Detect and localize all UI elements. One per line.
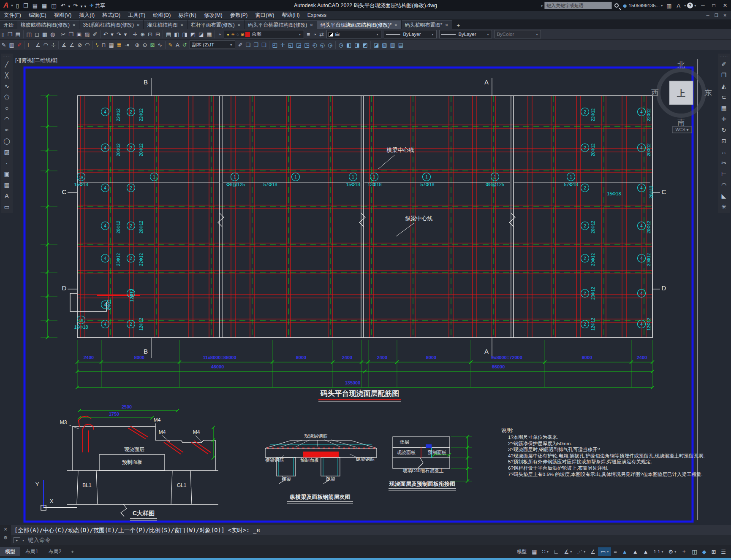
redo-icon[interactable]: ↷ (71, 3, 80, 9)
command-close-icon[interactable]: ✕ (3, 527, 7, 535)
object-snap-icon[interactable]: ▭▾ (598, 547, 611, 556)
stretch-icon[interactable]: ↔ (721, 146, 727, 157)
redo-caret-icon[interactable]: ▾ (122, 30, 128, 39)
dim-radius-icon[interactable]: ◠ (84, 40, 91, 50)
object-snap-icon-caret[interactable]: ▾ (606, 550, 609, 554)
modify-3d-7-icon[interactable]: ◲ (295, 40, 303, 50)
modify-3d-8-icon[interactable]: ◳ (303, 40, 311, 50)
dim-update-icon[interactable]: ↺ (181, 40, 188, 50)
layer-unlock-icon[interactable]: ◉ (240, 30, 245, 39)
block-icon[interactable]: ▣ (4, 168, 9, 179)
modify-3d-11-icon[interactable]: ◶ (326, 40, 334, 50)
dim-angular-icon[interactable]: ∡ (60, 40, 68, 50)
layer-dropdown-caret-icon[interactable]: ▾ (298, 32, 302, 36)
palette-grip[interactable]: ····· (720, 54, 728, 59)
new-drawing-tab-button[interactable]: ＋ (452, 22, 465, 29)
polar-tracking-icon[interactable]: ∡▾ (562, 547, 575, 556)
dim-baseline-icon[interactable]: ≣ (115, 40, 123, 50)
plot-icon[interactable]: ◫ (25, 30, 33, 39)
layout-tab-模型[interactable]: 模型 (0, 547, 20, 556)
layer-plot-icon[interactable]: ◌ (236, 30, 240, 39)
copy-clip-icon[interactable]: ❐ (67, 30, 75, 39)
doc-minimize-button[interactable]: ─ (704, 13, 712, 18)
autoscale-icon[interactable]: ▲ (630, 547, 641, 556)
copy-icon[interactable]: ❐ (721, 70, 727, 81)
menu-p[interactable]: 参数(P) (226, 12, 252, 19)
line-icon[interactable]: ╱ (5, 59, 8, 70)
undo-caret-icon[interactable]: ▾ (67, 4, 71, 8)
open-icon[interactable]: ❒ (21, 3, 30, 9)
tab-close-icon[interactable]: ✕ (72, 23, 76, 27)
tab-close-icon[interactable]: ✕ (394, 23, 397, 27)
menu-m[interactable]: 修改(M) (200, 12, 226, 19)
layer-unisolate-icon[interactable]: ◪ (197, 30, 205, 39)
polar-tracking-icon-caret[interactable]: ▾ (569, 550, 572, 554)
file-tab[interactable]: 橡胶舷梯结构图(修改)✕ (17, 20, 79, 29)
lineweight-display-icon[interactable]: ≡ (611, 547, 620, 556)
xline-icon[interactable]: ╳ (5, 70, 8, 81)
chamfer-icon[interactable]: ◣ (722, 190, 726, 201)
clean-screen-icon[interactable]: ⊞ (709, 547, 718, 556)
paste-icon[interactable]: ▣ (75, 30, 83, 39)
file-tab[interactable]: 栏杆平面布置(修改)✕ (188, 20, 244, 29)
layer-dropdown[interactable]: ●☀◌◉总图▾ (224, 30, 304, 38)
menu-i[interactable]: 插入(I) (75, 12, 98, 19)
modify-3d-1-icon[interactable]: ❏ (244, 40, 252, 50)
signed-in-user[interactable]: 1505999135... (629, 3, 660, 8)
layout-tab-布局1[interactable]: 布局1 (20, 547, 43, 556)
match-properties-icon[interactable]: ✐ (91, 30, 99, 39)
app-menu-caret-icon[interactable]: ▾ (10, 3, 14, 8)
color-dropdown[interactable]: 白▾ (326, 30, 381, 38)
zoom-previous-icon[interactable]: ⊟ (154, 30, 162, 39)
maximize-button[interactable]: □ (709, 3, 719, 8)
tab-close-icon[interactable]: ✕ (445, 23, 448, 27)
rot-icon[interactable]: ↻ (721, 124, 726, 135)
layer-match-icon[interactable]: ◧ (173, 30, 181, 39)
annotation-visibility-icon[interactable]: ▲ (620, 547, 630, 556)
move-icon[interactable]: ✛ (721, 114, 726, 124)
publish-icon[interactable]: ◍ (49, 30, 57, 39)
plot-style-icon[interactable]: ▩ (41, 30, 49, 39)
modify-3d-19-icon[interactable]: ▤ (397, 40, 405, 50)
qnew-icon[interactable]: ▯ (14, 3, 21, 9)
scale-list-button-caret[interactable]: ▾ (660, 550, 663, 554)
new-layout-button[interactable]: ＋ (66, 546, 78, 557)
command-input[interactable]: ▸ ▾ 键入命令 (11, 535, 731, 545)
properties-icon[interactable]: ✎ (0, 40, 8, 50)
match-icon[interactable]: ✐ (16, 40, 23, 50)
command-tools-icon[interactable]: ⚙ (3, 535, 8, 544)
modify-3d-13-icon[interactable]: ◧ (345, 40, 353, 50)
layer-states-icon[interactable]: ≡ (305, 30, 312, 39)
dim-diameter-icon[interactable]: ⊘ (76, 40, 84, 50)
app-store-icon[interactable]: ▥ (664, 3, 674, 9)
snap-mode-icon-caret[interactable]: ▾ (546, 550, 549, 554)
menu-d[interactable]: 绘图(D) (149, 12, 174, 19)
polygon-icon[interactable]: ⬠ (4, 92, 9, 103)
paste-special-icon[interactable]: ▨ (83, 30, 91, 39)
isolate-objects-icon[interactable]: ◫ (689, 547, 699, 556)
spline-edit-icon[interactable]: ∿ (156, 40, 164, 50)
save-icon[interactable]: ▤ (30, 3, 40, 9)
layer-translate-icon[interactable]: ⇄ (318, 30, 326, 39)
doc-close-button[interactable]: ✕ (721, 13, 729, 18)
cut-icon[interactable]: ✂ (60, 30, 67, 39)
dim-continue-icon[interactable]: ⇥ (123, 40, 130, 50)
plotstyle-dropdown-caret-icon[interactable]: ▾ (535, 32, 539, 36)
scale-icon[interactable]: ⊡ (721, 135, 726, 146)
object-snap-tracking-icon[interactable]: ∠ (588, 547, 598, 556)
file-tab[interactable]: 码头平台现浇面层结构图(修改)*✕ (317, 20, 401, 29)
autocad-app-menu[interactable]: A (0, 1, 10, 10)
snap-mode-icon[interactable]: ∷▾ (540, 547, 551, 556)
quick-properties-icon[interactable]: ▥ (8, 40, 16, 50)
dim-linear-icon[interactable]: ⊢ (26, 40, 34, 50)
menu-n[interactable]: 标注(N) (175, 12, 200, 19)
dim-check-icon[interactable]: ⊠ (149, 40, 156, 50)
qat-customize-icon[interactable]: ▾ (83, 4, 87, 8)
modify-3d-4-icon[interactable]: ◰ (271, 40, 279, 50)
modify-3d-17-icon[interactable]: ▧ (380, 40, 389, 50)
file-tab[interactable]: 码头桩帽布置图*✕ (402, 20, 452, 29)
layer-on-icon[interactable]: ● (226, 30, 230, 39)
save-as-icon[interactable]: ▦ (40, 3, 49, 9)
point-icon[interactable]: ∙ (6, 157, 8, 168)
share-button[interactable]: ✈共享 (90, 2, 105, 9)
